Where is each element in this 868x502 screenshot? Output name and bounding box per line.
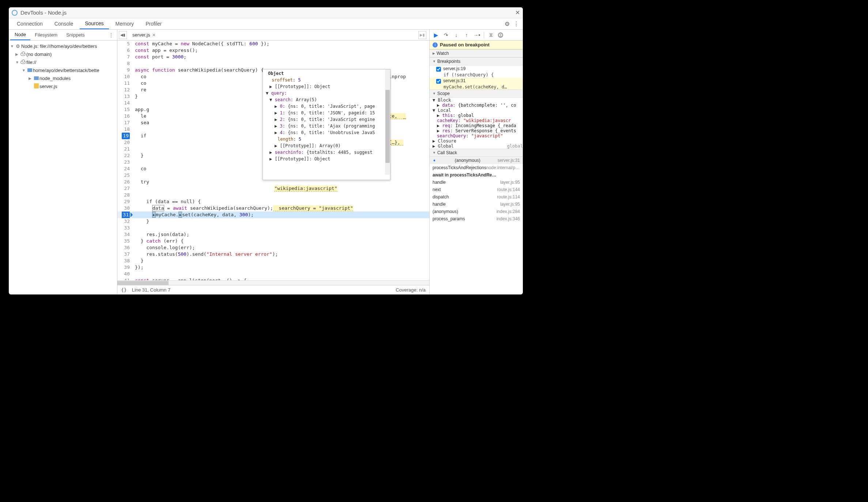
stack-frame[interactable]: handlelayer.js:95 <box>430 179 523 186</box>
step-icon[interactable]: →• <box>473 32 480 38</box>
editor-hscrollbar[interactable] <box>117 280 429 285</box>
tree-folder[interactable]: ▼ home/ayo/dev/betterstack/bette <box>9 66 117 74</box>
breakpoint-item[interactable]: server.js:19 <box>430 65 523 72</box>
stack-frame[interactable]: (anonymous)index.js:284 <box>430 208 523 215</box>
jsfile-icon <box>34 83 39 88</box>
filetab-server-js[interactable]: server.js ✕ <box>129 31 159 39</box>
tree-file-scheme[interactable]: ▼ file:// <box>9 58 117 66</box>
tree-node-modules[interactable]: ▶ node_modules <box>9 74 117 82</box>
stack-frame[interactable]: await in processTicksAndRe… <box>430 171 523 179</box>
tab-profiler[interactable]: Profiler <box>140 19 167 29</box>
cursor-position: Line 31, Column 7 <box>132 287 171 293</box>
navtab-more-icon[interactable]: ⋮ <box>105 31 117 39</box>
cloud-icon <box>20 61 26 64</box>
debug-toolbar: ▶ ↷ ↓ ↑ →• ⧖ || <box>430 30 523 41</box>
section-scope[interactable]: ▼Scope <box>430 90 523 98</box>
app-icon <box>12 10 18 16</box>
resume-icon[interactable]: ▶ <box>433 32 439 38</box>
titlebar: DevTools - Node.js ✕ <box>9 7 523 18</box>
pause-banner: i Paused on breakpoint <box>430 41 523 49</box>
stack-frame[interactable]: handlelayer.js:95 <box>430 201 523 208</box>
tooltip-scrollbar[interactable] <box>385 69 390 175</box>
debugger-panel: ▶ ↷ ↓ ↑ →• ⧖ || i Paused on breakpoint ▶… <box>429 30 523 294</box>
folder-icon <box>27 68 32 72</box>
object-tooltip[interactable]: Object sroffset: 5 ▶ [[Prototype]]: Obje… <box>263 69 390 180</box>
navigator-tabs: Node Filesystem Snippets ⋮ <box>9 30 117 41</box>
close-tab-icon[interactable]: ✕ <box>152 33 156 38</box>
deactivate-bp-icon[interactable]: ⧖ <box>488 32 494 38</box>
tab-connection[interactable]: Connection <box>12 19 48 29</box>
info-icon: i <box>433 42 438 47</box>
folder-icon <box>34 76 39 80</box>
cloud-icon <box>20 53 26 56</box>
file-tabs: ◀▮ server.js ✕ ▶▮ <box>117 30 429 41</box>
coverage-status: Coverage: n/a <box>396 287 426 293</box>
step-into-icon[interactable]: ↓ <box>453 32 460 38</box>
editor-panel: ◀▮ server.js ✕ ▶▮ 5const myCache = new N… <box>117 30 429 294</box>
stack-frame[interactable]: dispatchroute.js:114 <box>430 193 523 201</box>
tree-no-domain[interactable]: ▶ (no domain) <box>9 50 117 58</box>
pause-exceptions-icon[interactable]: || <box>498 33 503 38</box>
navtab-snippets[interactable]: Snippets <box>62 30 89 40</box>
main-tabs: Connection Console Sources Memory Profil… <box>9 18 523 30</box>
bp-checkbox[interactable] <box>436 67 441 72</box>
navigator-panel: Node Filesystem Snippets ⋮ ▼⚙ Node.js: f… <box>9 30 117 294</box>
step-over-icon[interactable]: ↷ <box>443 32 449 38</box>
section-callstack[interactable]: ▼Call Stack <box>430 149 523 157</box>
more-icon[interactable]: ⋮ <box>513 20 519 27</box>
tab-sources[interactable]: Sources <box>80 18 109 29</box>
navtab-node[interactable]: Node <box>10 30 30 40</box>
section-watch[interactable]: ▶Watch <box>430 49 523 57</box>
file-tree: ▼⚙ Node.js: file:///home/ayo/dev/betters… <box>9 41 117 294</box>
toggle-navigator-icon[interactable]: ◀▮ <box>119 31 127 39</box>
toggle-debugger-icon[interactable]: ▶▮ <box>418 31 426 39</box>
close-icon[interactable]: ✕ <box>515 9 520 16</box>
stack-frame[interactable]: processTicksAndRejectionsnode:internal/p… <box>430 164 523 171</box>
section-breakpoints[interactable]: ▼Breakpoints <box>430 57 523 65</box>
step-out-icon[interactable]: ↑ <box>463 32 470 38</box>
statusbar: {} Line 31, Column 7 Coverage: n/a <box>117 285 429 294</box>
pretty-print-icon[interactable]: {} <box>121 287 127 293</box>
settings-icon[interactable]: ⚙ <box>505 20 510 27</box>
devtools-window: DevTools - Node.js ✕ Connection Console … <box>9 7 523 294</box>
stack-frame[interactable]: nextroute.js:144 <box>430 186 523 193</box>
gear-icon: ⚙ <box>15 43 21 49</box>
callstack-body: (anonymous)server.js:31processTicksAndRe… <box>430 157 523 223</box>
bp-checkbox[interactable] <box>436 79 441 84</box>
scope-body: ▼ Block ▶ data: {batchcomplete: '', co ▼… <box>430 98 523 149</box>
tab-console[interactable]: Console <box>49 19 78 29</box>
tab-memory[interactable]: Memory <box>110 19 139 29</box>
tree-root[interactable]: ▼⚙ Node.js: file:///home/ayo/dev/betters <box>9 42 117 50</box>
breakpoint-item[interactable]: server.js:31 <box>430 77 523 84</box>
window-title: DevTools - Node.js <box>20 9 67 16</box>
stack-frame[interactable]: (anonymous)server.js:31 <box>430 157 523 164</box>
navtab-filesystem[interactable]: Filesystem <box>30 30 62 40</box>
tree-server-js[interactable]: server.js <box>9 82 117 90</box>
stack-frame[interactable]: process_paramsindex.js:346 <box>430 215 523 223</box>
